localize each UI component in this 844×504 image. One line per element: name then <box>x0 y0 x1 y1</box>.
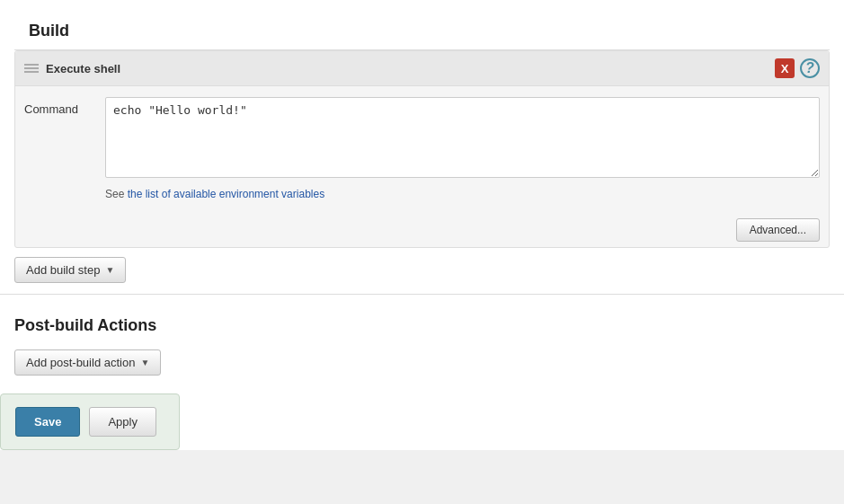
execute-shell-body: Command echo "Hello world!" See the list… <box>15 86 829 211</box>
save-button[interactable]: Save <box>15 407 80 437</box>
env-vars-note: See the list of available environment va… <box>24 188 820 200</box>
command-control-wrap: echo "Hello world!" <box>105 97 820 181</box>
dropdown-arrow-icon-2: ▼ <box>140 358 149 367</box>
header-left: Execute shell <box>24 62 120 75</box>
post-build-section-title: Post-build Actions <box>14 304 830 346</box>
add-action-label: Add post-build action <box>26 356 135 369</box>
execute-shell-block: Execute shell X ? Command echo "Hello wo… <box>14 50 830 248</box>
drag-handle-icon[interactable] <box>24 64 39 73</box>
command-label: Command <box>24 97 105 116</box>
env-vars-prefix: See <box>105 188 128 200</box>
env-vars-link[interactable]: the list of available environment variab… <box>128 188 324 200</box>
add-post-build-action-button[interactable]: Add post-build action ▼ <box>14 349 161 376</box>
add-build-step-button[interactable]: Add build step ▼ <box>14 257 126 283</box>
help-icon[interactable]: ? <box>800 58 820 78</box>
add-step-label: Add build step <box>26 263 100 277</box>
advanced-btn-row: Advanced... <box>15 211 829 247</box>
command-textarea[interactable]: echo "Hello world!" <box>105 97 820 178</box>
dropdown-arrow-icon: ▼ <box>105 265 114 275</box>
page-container: Build Execute shell X ? <box>0 0 844 450</box>
close-step-button[interactable]: X <box>775 58 795 78</box>
execute-shell-header: Execute shell X ? <box>15 51 829 86</box>
apply-button[interactable]: Apply <box>89 407 156 437</box>
build-section-title: Build <box>14 9 830 50</box>
post-build-section: Post-build Actions Add post-build action… <box>0 295 844 393</box>
build-section: Build Execute shell X ? <box>0 0 844 294</box>
command-row: Command echo "Hello world!" <box>24 97 820 181</box>
action-bar: Save Apply <box>0 393 180 450</box>
advanced-button[interactable]: Advanced... <box>736 218 820 242</box>
execute-shell-title: Execute shell <box>46 62 120 75</box>
